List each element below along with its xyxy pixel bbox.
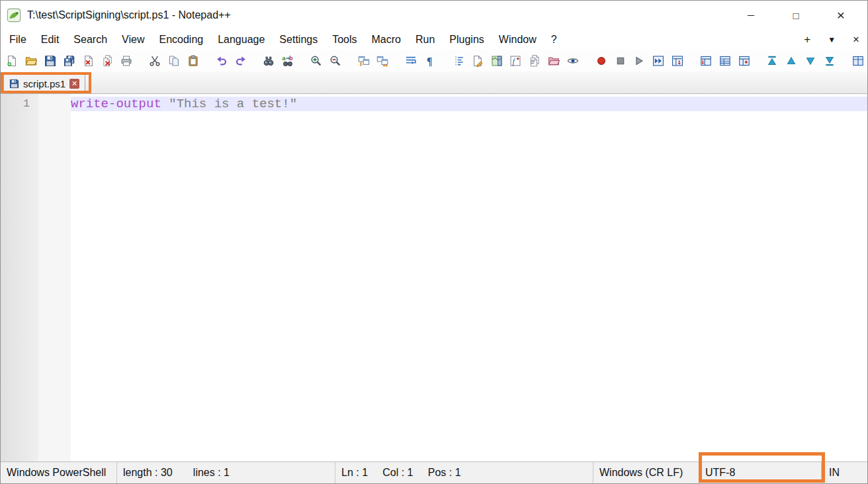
show-all-characters-button[interactable]: ¶	[423, 52, 438, 70]
tab-bar: script.ps1 ✕	[1, 72, 867, 94]
menu-item-tools[interactable]: Tools	[325, 34, 364, 45]
plugin-table-3-button[interactable]	[736, 52, 752, 70]
macro-playback-button[interactable]	[632, 52, 647, 70]
window-title: T:\test\ScriptSigning\script.ps1 - Notep…	[27, 9, 231, 21]
status-typing-mode[interactable]: IN	[822, 462, 867, 483]
paste-button[interactable]	[185, 52, 200, 70]
document-map-button[interactable]	[489, 52, 504, 70]
macro-stop-button[interactable]	[613, 52, 628, 70]
notepadpp-icon	[7, 8, 21, 23]
line-number: 1	[1, 97, 38, 111]
document-list-button[interactable]	[527, 52, 542, 70]
menu-item-file[interactable]: File	[2, 34, 34, 45]
line-number-margin: 1	[1, 94, 38, 461]
tab-script-ps1[interactable]: script.ps1 ✕	[3, 73, 85, 93]
menu-bar: FileEditSearchViewEncodingLanguageSettin…	[1, 30, 867, 50]
new-tab-button[interactable]: +	[804, 30, 810, 50]
close-all-button[interactable]	[100, 52, 115, 70]
code-area[interactable]: write-output "This is a test!"	[71, 94, 867, 461]
menu-item-run[interactable]: Run	[408, 34, 442, 45]
status-encoding[interactable]: UTF-8	[699, 462, 822, 483]
token-string: "This is a test!"	[169, 97, 297, 111]
menu-item-edit[interactable]: Edit	[34, 34, 67, 45]
menu-item-help[interactable]: ?	[544, 34, 564, 45]
save-file-button[interactable]	[43, 52, 58, 70]
plugin-table-2-button[interactable]	[717, 52, 732, 70]
macro-run-multiple-button[interactable]	[651, 52, 666, 70]
notepadpp-window: T:\test\ScriptSigning\script.ps1 - Notep…	[0, 0, 868, 484]
menu-item-window[interactable]: Window	[492, 34, 544, 45]
show-indent-guide-button[interactable]	[451, 52, 466, 70]
folder-as-workspace-button[interactable]	[546, 52, 562, 70]
cut-button[interactable]	[148, 52, 163, 70]
menu-item-settings[interactable]: Settings	[272, 34, 325, 45]
menu-item-plugins[interactable]: Plugins	[442, 34, 491, 45]
svg-text:a: a	[282, 55, 286, 62]
toolbar: ab¶f	[1, 50, 867, 72]
macro-save-button[interactable]	[670, 52, 685, 70]
window-controls: ─ □ ×	[728, 1, 863, 30]
editor[interactable]: 1 write-output "This is a test!"	[1, 94, 867, 461]
plugin-table-1-button[interactable]	[699, 52, 714, 70]
new-file-button[interactable]	[5, 52, 20, 70]
zoom-in-button[interactable]	[309, 52, 324, 70]
print-button[interactable]	[119, 52, 134, 70]
define-language-button[interactable]	[470, 52, 485, 70]
nav-next-button[interactable]	[803, 52, 818, 70]
copy-button[interactable]	[167, 52, 182, 70]
open-file-button[interactable]	[24, 52, 39, 70]
tab-list-button[interactable]: ▼	[828, 30, 836, 50]
close-button[interactable]: ×	[818, 7, 863, 23]
tab-label: script.ps1	[23, 78, 65, 89]
replace-button[interactable]: ab	[281, 52, 296, 70]
close-document-button[interactable]: ×	[853, 30, 859, 50]
menu-item-search[interactable]: Search	[66, 34, 114, 45]
nav-previous-button[interactable]	[784, 52, 799, 70]
minimize-button[interactable]: ─	[728, 10, 773, 21]
status-cursor-position[interactable]: Ln : 1 Col : 1 Pos : 1	[335, 462, 593, 483]
code-line-1: write-output "This is a test!"	[71, 97, 867, 111]
word-wrap-button[interactable]	[404, 52, 419, 70]
status-line-ending[interactable]: Windows (CR LF)	[593, 462, 699, 483]
tab-close-icon[interactable]: ✕	[69, 79, 79, 89]
find-button[interactable]	[261, 52, 277, 70]
macro-record-button[interactable]	[593, 52, 609, 70]
sync-vertical-scroll-button[interactable]	[356, 52, 371, 70]
title-bar: T:\test\ScriptSigning\script.ps1 - Notep…	[1, 1, 867, 30]
menu-item-language[interactable]: Language	[210, 34, 272, 45]
status-bar: Windows PowerShell length : 30 lines : 1…	[1, 461, 867, 483]
zoom-out-button[interactable]	[327, 52, 343, 70]
panel-grid-button[interactable]	[850, 52, 865, 70]
function-list-button[interactable]: f	[508, 52, 523, 70]
file-monitoring-button[interactable]	[566, 52, 581, 70]
svg-text:¶: ¶	[427, 55, 433, 66]
redo-button[interactable]	[233, 52, 248, 70]
status-doc-type[interactable]: Windows PowerShell	[1, 462, 117, 483]
nav-last-button[interactable]	[822, 52, 837, 70]
menu-item-encoding[interactable]: Encoding	[152, 34, 210, 45]
nav-first-button[interactable]	[765, 52, 780, 70]
saved-file-icon	[9, 79, 19, 89]
close-file-button[interactable]	[81, 52, 96, 70]
token-keyword: write-output	[71, 97, 161, 111]
menu-items: FileEditSearchViewEncodingLanguageSettin…	[2, 30, 564, 50]
menu-item-view[interactable]: View	[114, 34, 152, 45]
menu-right-controls: +▼×	[804, 30, 859, 50]
menu-item-macro[interactable]: Macro	[365, 34, 408, 45]
save-all-button[interactable]	[62, 52, 77, 70]
undo-button[interactable]	[214, 52, 229, 70]
token-separator	[161, 97, 169, 111]
fold-margin	[38, 94, 71, 461]
sync-horizontal-scroll-button[interactable]	[375, 52, 390, 70]
status-length-lines[interactable]: length : 30 lines : 1	[117, 462, 335, 483]
maximize-button[interactable]: □	[773, 10, 818, 21]
